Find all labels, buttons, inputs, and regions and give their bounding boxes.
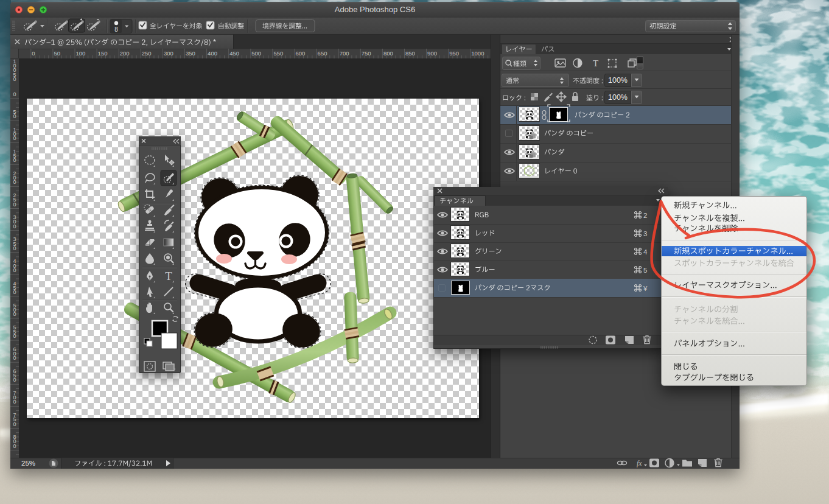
svg-text:0: 0 xyxy=(13,311,16,317)
svg-text:700: 700 xyxy=(340,50,349,57)
svg-text:350: 350 xyxy=(186,50,195,57)
svg-text:0: 0 xyxy=(13,355,16,361)
svg-text:650: 650 xyxy=(318,50,327,57)
svg-text:2: 2 xyxy=(643,212,647,219)
svg-text:4: 4 xyxy=(643,248,648,256)
svg-text:0: 0 xyxy=(13,289,16,295)
svg-text:0: 0 xyxy=(13,333,16,339)
svg-text:0: 0 xyxy=(13,201,16,208)
svg-text:5: 5 xyxy=(643,267,647,274)
svg-text:0: 0 xyxy=(13,267,16,273)
svg-text:150: 150 xyxy=(98,50,108,57)
svg-text:550: 550 xyxy=(273,50,283,57)
svg-text:fx: fx xyxy=(637,459,642,467)
svg-text:0: 0 xyxy=(13,399,16,405)
svg-text:450: 450 xyxy=(229,50,239,57)
svg-text:300: 300 xyxy=(164,50,173,57)
svg-text:900: 900 xyxy=(427,50,437,57)
svg-text:0: 0 xyxy=(13,179,16,185)
svg-text:500: 500 xyxy=(251,50,261,57)
svg-text:0: 0 xyxy=(13,223,16,229)
svg-text:T: T xyxy=(593,58,598,68)
svg-text:0: 0 xyxy=(13,377,16,383)
svg-text:750: 750 xyxy=(362,50,371,57)
svg-text:¥: ¥ xyxy=(643,285,648,292)
svg-text:0: 0 xyxy=(13,135,16,141)
svg-text:1000: 1000 xyxy=(471,50,484,57)
svg-text:8: 8 xyxy=(114,26,118,33)
svg-text:200: 200 xyxy=(120,50,130,57)
svg-text:850: 850 xyxy=(405,50,415,57)
svg-text:400: 400 xyxy=(208,50,217,57)
svg-text:3: 3 xyxy=(643,230,647,237)
svg-text:0: 0 xyxy=(13,421,16,427)
svg-text:T: T xyxy=(165,270,172,282)
svg-text:0: 0 xyxy=(13,443,16,449)
svg-text:0: 0 xyxy=(13,91,16,97)
svg-text:250: 250 xyxy=(142,50,152,57)
svg-text:0: 0 xyxy=(32,50,35,57)
svg-text:600: 600 xyxy=(296,50,306,57)
svg-text:0: 0 xyxy=(13,76,16,82)
svg-text:0: 0 xyxy=(13,245,16,251)
svg-text:0: 0 xyxy=(13,157,16,163)
svg-text:950: 950 xyxy=(449,50,459,57)
svg-text:800: 800 xyxy=(383,50,393,57)
svg-text:100: 100 xyxy=(76,50,86,57)
svg-text:0: 0 xyxy=(13,113,16,119)
